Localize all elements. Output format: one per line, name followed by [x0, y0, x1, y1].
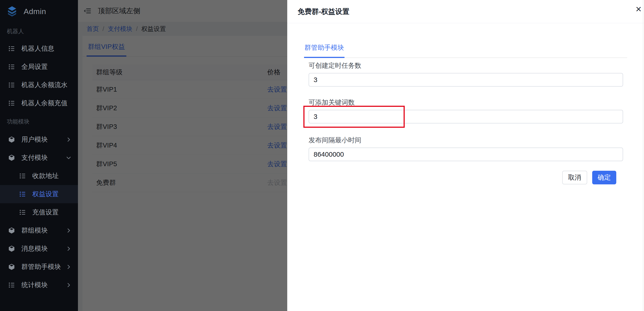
sidebar-item-group-module[interactable]: 群组模块: [0, 221, 78, 240]
sidebar-item-recharge-settings[interactable]: 充值设置: [0, 203, 78, 221]
list-icon: [8, 45, 16, 53]
sidebar-item-group-assistant-module[interactable]: 群管助手模块: [0, 258, 78, 276]
chevron-right-icon: [66, 228, 72, 233]
field-label: 发布间隔最小时间: [308, 136, 623, 144]
cube-icon: [8, 154, 16, 162]
app-root: Admin 机器人 机器人信息 全局设置 机器人余额流水 机器人余额充值 功能模…: [0, 0, 644, 311]
sidebar-section-robot: 机器人: [0, 23, 78, 40]
sidebar-item-message-module[interactable]: 消息模块: [0, 240, 78, 258]
sidebar-section-modules: 功能模块: [0, 112, 78, 131]
chevron-right-icon: [66, 246, 72, 252]
drawer-actions: 取消 确定: [308, 171, 623, 184]
chevron-right-icon: [66, 137, 72, 143]
sidebar-item-label: 机器人信息: [21, 44, 54, 53]
cube-icon: [8, 263, 16, 271]
sidebar-item-label: 用户模块: [21, 135, 48, 144]
chevron-right-icon: [66, 264, 72, 270]
sidebar-item-payment-address[interactable]: 收款地址: [0, 167, 78, 185]
form-item-timed-tasks: 可创建定时任务数: [308, 62, 623, 87]
form-item-keywords: 可添加关键词数: [308, 98, 623, 123]
sidebar-item-global-settings[interactable]: 全局设置: [0, 58, 78, 76]
chevron-down-icon: [66, 155, 72, 161]
drawer-header: 免费群-权益设置 ×: [287, 0, 644, 23]
sidebar-item-label: 权益设置: [32, 190, 59, 199]
list-icon: [8, 99, 16, 107]
sidebar-item-label: 收款地址: [32, 171, 59, 180]
app-logo-icon: [6, 5, 18, 18]
sidebar-item-label: 支付模块: [21, 153, 48, 162]
sidebar-item-label: 消息模块: [21, 244, 48, 253]
cancel-button[interactable]: 取消: [562, 171, 587, 184]
list-icon: [8, 281, 16, 289]
list-icon: [19, 172, 26, 180]
sidebar-item-label: 机器人余额流水: [21, 81, 68, 90]
scrollbar-rail[interactable]: [643, 0, 643, 311]
sidebar-item-payment-module[interactable]: 支付模块: [0, 149, 78, 167]
drawer-body: 群管助手模块 可创建定时任务数 可添加关键词数 发: [287, 23, 644, 184]
list-icon: [19, 190, 26, 198]
cube-icon: [8, 227, 16, 234]
tab-group-assistant-module[interactable]: 群管助手模块: [304, 43, 344, 58]
sidebar-item-robot-info[interactable]: 机器人信息: [0, 40, 78, 58]
min-interval-input[interactable]: [308, 148, 623, 161]
sidebar-item-label: 群管助手模块: [21, 262, 61, 271]
sidebar-item-rights-settings[interactable]: 权益设置: [0, 185, 78, 203]
sidebar-item-robot-balance-recharge[interactable]: 机器人余额充值: [0, 94, 78, 112]
sidebar-item-label: 统计模块: [21, 280, 48, 290]
list-icon: [19, 208, 26, 216]
list-icon: [8, 63, 16, 71]
keywords-input[interactable]: [308, 110, 623, 123]
rights-form: 可创建定时任务数 可添加关键词数 发布间隔最小时间: [308, 62, 623, 184]
chevron-right-icon: [66, 282, 72, 288]
field-label: 可创建定时任务数: [308, 62, 623, 69]
confirm-button[interactable]: 确定: [592, 171, 616, 184]
drawer-title: 免费群-权益设置: [298, 7, 349, 16]
cube-icon: [8, 136, 16, 143]
close-icon[interactable]: ×: [633, 4, 644, 15]
sidebar: Admin 机器人 机器人信息 全局设置 机器人余额流水 机器人余额充值 功能模…: [0, 0, 78, 311]
sidebar-item-robot-balance-flow[interactable]: 机器人余额流水: [0, 76, 78, 94]
cube-icon: [8, 245, 16, 252]
sidebar-item-label: 机器人余额充值: [21, 99, 68, 108]
form-item-min-interval: 发布间隔最小时间: [308, 136, 623, 161]
brand-row: Admin: [0, 0, 78, 23]
sidebar-item-label: 全局设置: [21, 62, 48, 71]
rights-settings-drawer: 免费群-权益设置 × 群管助手模块 可创建定时任务数 可添加关键词数: [287, 0, 644, 311]
sidebar-item-label: 充值设置: [32, 208, 59, 217]
list-icon: [8, 81, 16, 89]
sidebar-item-label: 群组模块: [21, 226, 48, 235]
drawer-tabs: 群管助手模块: [304, 23, 627, 58]
sidebar-item-user-module[interactable]: 用户模块: [0, 131, 78, 149]
brand-name: Admin: [24, 7, 46, 16]
sidebar-item-statistics-module[interactable]: 统计模块: [0, 276, 78, 294]
field-label: 可添加关键词数: [308, 98, 623, 106]
timed-tasks-input[interactable]: [308, 73, 623, 87]
